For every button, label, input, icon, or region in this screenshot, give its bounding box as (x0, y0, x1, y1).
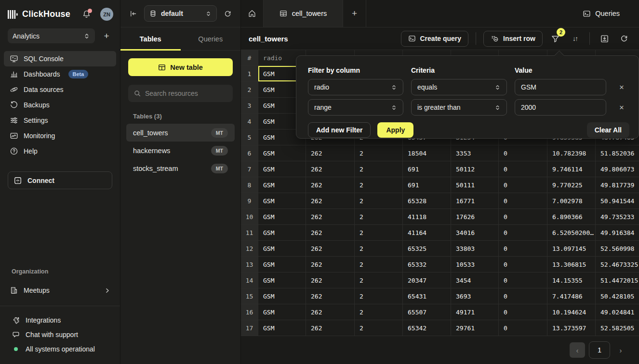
cell[interactable]: 65325 (403, 241, 451, 257)
cell[interactable]: 3454 (451, 273, 499, 288)
sidebar-item-data-sources[interactable]: Data sources (4, 82, 116, 97)
table-list-item-cell-towers[interactable]: cell_towers MT (126, 124, 235, 142)
cell[interactable]: 20347 (403, 273, 451, 288)
cell[interactable]: 41164 (403, 225, 451, 241)
tab-tables[interactable]: Tables (120, 27, 181, 50)
remove-filter-1-icon[interactable]: ✕ (614, 84, 629, 91)
cell[interactable]: 50.428105 (596, 288, 639, 304)
cell[interactable]: 13.097145 (547, 241, 596, 257)
cell[interactable]: 49.817739 (596, 177, 639, 193)
cell[interactable]: 262 (306, 145, 355, 161)
cell[interactable]: 2 (355, 273, 403, 288)
cell[interactable]: 52.582505 (596, 320, 639, 336)
cell[interactable]: 0 (499, 225, 547, 241)
cell[interactable]: 0 (499, 257, 547, 273)
database-select[interactable]: default (144, 5, 217, 22)
cell[interactable]: 29761 (451, 320, 499, 336)
page-number-box[interactable]: 1 (589, 341, 610, 359)
cell[interactable]: 3353 (451, 145, 499, 161)
cell[interactable]: 2 (355, 209, 403, 225)
connect-button[interactable]: Connect (8, 171, 112, 189)
cell[interactable]: 33803 (451, 241, 499, 257)
cell[interactable]: GSM (258, 177, 306, 193)
cell[interactable]: 0 (499, 209, 547, 225)
cell[interactable]: 7.002978 (547, 193, 596, 209)
filter-funnel-icon[interactable]: 2 (548, 31, 562, 46)
prev-page-button[interactable]: ‹ (570, 342, 585, 358)
cell[interactable]: 262 (306, 209, 355, 225)
cell[interactable]: 14.15355 (547, 273, 596, 288)
cell[interactable]: 0 (499, 177, 547, 193)
insert-row-button[interactable]: Insert row (483, 31, 543, 47)
avatar[interactable]: ZN (100, 8, 113, 21)
sort-icon[interactable]: ↓↑ (568, 31, 582, 46)
sidebar-item-dashboards[interactable]: Dashboards Beta (4, 66, 116, 82)
cell[interactable]: 262 (306, 177, 355, 193)
cell[interactable]: 262 (306, 304, 355, 320)
cell[interactable]: GSM (258, 304, 306, 320)
cell[interactable]: 0 (499, 161, 547, 177)
cell[interactable]: 13.306815 (547, 257, 596, 273)
download-icon[interactable] (597, 31, 612, 46)
cell[interactable]: 2 (355, 257, 403, 273)
cell[interactable]: 50111 (451, 177, 499, 193)
cell[interactable]: 52.4673325 (596, 257, 639, 273)
cell[interactable]: 50112 (451, 161, 499, 177)
cell[interactable]: 49.916384 (596, 225, 639, 241)
add-workspace-button[interactable]: + (101, 31, 112, 41)
next-page-button[interactable]: › (614, 342, 627, 358)
tab-queries[interactable]: Queries (181, 27, 241, 50)
sidebar-item-monitoring[interactable]: Monitoring (4, 128, 116, 143)
cell[interactable]: 0 (499, 241, 547, 257)
cell[interactable]: 49.806073 (596, 161, 639, 177)
cell[interactable]: GSM (258, 273, 306, 288)
cell[interactable]: 262 (306, 320, 355, 336)
cell[interactable]: 49.735233 (596, 209, 639, 225)
cell[interactable]: 65328 (403, 193, 451, 209)
cell[interactable]: 0 (499, 273, 547, 288)
table-list-item-hackernews[interactable]: hackernews MT (126, 142, 235, 159)
cell[interactable]: 3693 (451, 288, 499, 304)
system-status[interactable]: All systems operational (4, 342, 116, 356)
cell[interactable]: 6.890366 (547, 209, 596, 225)
home-icon[interactable] (241, 0, 264, 27)
cell[interactable]: 49.024841 (596, 304, 639, 320)
cell[interactable]: 691 (403, 161, 451, 177)
cell[interactable]: 51.852036 (596, 145, 639, 161)
table-list-item-stocks-stream[interactable]: stocks_stream MT (126, 159, 235, 177)
cell[interactable]: 0 (499, 145, 547, 161)
remove-filter-2-icon[interactable]: ✕ (614, 104, 629, 111)
collapse-panel-icon[interactable] (127, 8, 139, 20)
cell[interactable]: GSM (258, 145, 306, 161)
sidebar-item-integrations[interactable]: Integrations (4, 313, 116, 327)
open-tab-cell-towers[interactable]: cell_towers (264, 0, 343, 27)
cell[interactable]: 262 (306, 273, 355, 288)
cell[interactable]: 2 (355, 304, 403, 320)
cell[interactable]: 18504 (403, 145, 451, 161)
cell[interactable]: 65431 (403, 288, 451, 304)
cell[interactable]: GSM (258, 288, 306, 304)
cell[interactable]: 0 (499, 320, 547, 336)
cell[interactable]: 2 (355, 225, 403, 241)
cell[interactable]: 262 (306, 193, 355, 209)
cell[interactable]: 2 (355, 288, 403, 304)
cell[interactable]: 65342 (403, 320, 451, 336)
refresh-data-icon[interactable] (617, 31, 631, 46)
workspace-select[interactable]: Analytics (8, 28, 95, 43)
cell[interactable]: GSM (258, 257, 306, 273)
cell[interactable]: 7.417486 (547, 288, 596, 304)
cell[interactable]: 65332 (403, 257, 451, 273)
cell[interactable]: 2 (355, 241, 403, 257)
cell[interactable]: GSM (258, 320, 306, 336)
cell[interactable]: 34016 (451, 225, 499, 241)
cell[interactable]: 9.746114 (547, 161, 596, 177)
cell[interactable]: 691 (403, 177, 451, 193)
refresh-tables-icon[interactable] (222, 8, 234, 20)
new-tab-button[interactable]: + (343, 0, 366, 27)
cell[interactable]: 13.373597 (547, 320, 596, 336)
cell[interactable]: 0 (499, 304, 547, 320)
cell[interactable]: 2 (355, 161, 403, 177)
cell[interactable]: 49171 (451, 304, 499, 320)
sidebar-item-settings[interactable]: Settings (4, 113, 116, 128)
cell[interactable]: 0 (499, 288, 547, 304)
